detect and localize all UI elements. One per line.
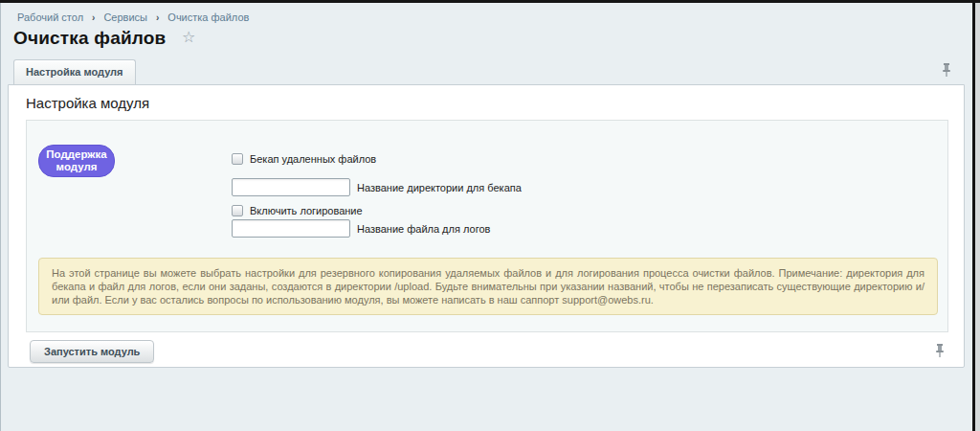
backup-dir-row: Название директории для бекапа (232, 178, 522, 196)
backup-checkbox[interactable] (232, 153, 243, 165)
breadcrumb-desktop[interactable]: Рабочий стол (17, 11, 83, 23)
breadcrumb-file-cleanup[interactable]: Очистка файлов (167, 11, 249, 23)
breadcrumb-separator: › (92, 12, 95, 23)
breadcrumb-separator: › (156, 12, 159, 23)
backup-dir-input[interactable] (232, 178, 350, 196)
window-left-edge (0, 3, 1, 431)
pin-icon[interactable] (942, 63, 951, 78)
module-support-button[interactable]: Поддержка модуля (38, 145, 115, 177)
favorite-star-icon[interactable]: ☆ (182, 28, 195, 46)
log-file-row: Название файла для логов (232, 219, 490, 238)
backup-dir-label: Название директории для бекапа (357, 182, 522, 193)
log-file-input[interactable] (232, 219, 350, 238)
backup-checkbox-label: Бекап удаленных файлов (250, 153, 376, 165)
run-module-button[interactable]: Запустить модуль (30, 340, 154, 363)
logging-checkbox-label: Включить логирование (250, 205, 363, 216)
logging-checkbox-row: Включить логирование (232, 205, 363, 216)
log-file-label: Название файла для логов (357, 223, 490, 235)
info-note: На этой странице вы можете выбрать настр… (38, 258, 938, 315)
scrollbar-track[interactable] (975, 3, 980, 431)
tab-bar: Настройка модуля (8, 59, 965, 84)
breadcrumb: Рабочий стол›Сервисы›Очистка файлов (17, 11, 249, 23)
backup-checkbox-row: Бекап удаленных файлов (232, 153, 376, 165)
breadcrumb-services[interactable]: Сервисы (103, 11, 147, 23)
pin-icon[interactable] (935, 344, 945, 358)
page-title: Очистка файлов (13, 28, 167, 49)
logging-checkbox[interactable] (232, 205, 243, 216)
window-right-edge (972, 3, 975, 431)
settings-form: Поддержка модуля Бекап удаленных файлов … (26, 120, 948, 332)
window-top-edge (0, 0, 980, 3)
tab-module-settings[interactable]: Настройка модуля (13, 59, 136, 84)
module-settings-panel: Настройка модуля Поддержка модуля Бекап … (8, 84, 965, 368)
panel-heading: Настройка модуля (26, 95, 149, 111)
